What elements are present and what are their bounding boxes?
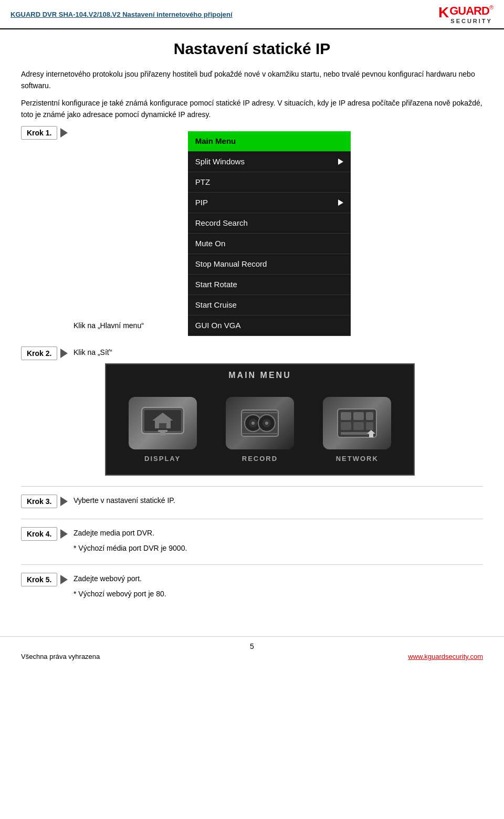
section-divider-3 <box>21 564 483 565</box>
step-1-content: Klik na „Hlavní menu“ Main Menu Split Wi… <box>74 126 483 336</box>
footer-rights: Všechna práva vyhrazena <box>21 653 100 660</box>
krok-1-badge: Krok 1. <box>21 126 57 140</box>
intro-paragraph-2: Perzistentní konfigurace je také známá k… <box>21 97 483 121</box>
svg-point-12 <box>265 422 268 425</box>
step-4-arrow <box>60 529 68 539</box>
menu-item-label: PIP <box>195 196 208 209</box>
menu-item-mute-on[interactable]: Mute On <box>188 234 351 254</box>
section-divider-2 <box>21 519 483 519</box>
svg-rect-5 <box>160 432 165 435</box>
menu-item-label: GUI On VGA <box>195 319 241 332</box>
footer-website[interactable]: www.kguardsecurity.com <box>408 653 483 660</box>
step-4-note: * Výchozí média port DVR je 9000. <box>74 542 483 554</box>
svg-rect-21 <box>366 422 373 430</box>
step-5-instruction: Zadejte webový port. <box>74 573 483 584</box>
logo-area: K GUARD ® SECURITY <box>438 4 494 24</box>
step-1-arrow <box>60 128 68 138</box>
display-svg-icon <box>139 405 186 442</box>
step-3-label: Krok 3. <box>21 495 74 508</box>
menu-item-label: Mute On <box>195 237 226 250</box>
step-3-instruction: Vyberte v nastavení statické IP. <box>74 496 175 505</box>
main-content: Nastavení statické IP Adresy internetové… <box>0 29 504 621</box>
step-4-instruction: Zadejte media port DVR. <box>74 527 483 539</box>
network-icon-label: NETWORK <box>336 454 379 465</box>
logo-guard: GUARD <box>449 4 489 18</box>
page-footer: 5 Všechna práva vyhrazena www.kguardsecu… <box>0 636 504 671</box>
menu-item-gui-on-vga[interactable]: GUI On VGA <box>188 316 351 336</box>
svg-rect-19 <box>341 422 351 430</box>
menu-item-label: Record Search <box>195 217 248 229</box>
step-1-label: Krok 1. <box>21 126 74 140</box>
menu-arrow-pip <box>338 200 343 206</box>
menu-arrow-split-windows <box>338 159 343 165</box>
menu-item-start-rotate[interactable]: Start Rotate <box>188 275 351 295</box>
display-icon-label: DISPLAY <box>144 454 181 465</box>
main-menu-box: Main Menu Split Windows PTZ PIP Record S… <box>188 131 351 336</box>
menu-item-start-cruise[interactable]: Start Cruise <box>188 295 351 316</box>
icon-network-image <box>323 397 391 449</box>
step-5-note: * Výchozí webový port je 80. <box>74 588 483 600</box>
screenshot-icons-row: DISPLAY <box>106 386 414 475</box>
svg-rect-18 <box>366 412 373 420</box>
logo-security: SECURITY <box>449 18 494 24</box>
section-divider-1 <box>21 486 483 487</box>
menu-item-label: Stop Manual Record <box>195 258 267 270</box>
menu-item-label: Start Rotate <box>195 278 237 291</box>
step-4: Krok 4. Zadejte media port DVR. * Výchoz… <box>21 527 483 554</box>
logo-registered: ® <box>489 4 494 10</box>
svg-rect-4 <box>158 430 167 432</box>
step-2: Krok 2. Klik na „Síť“ MAIN MENU <box>21 346 483 476</box>
step-1-instruction: Klik na „Hlavní menu“ <box>74 321 144 330</box>
main-menu-screenshot: MAIN MENU <box>105 363 415 476</box>
krok-4-badge: Krok 4. <box>21 527 57 541</box>
screenshot-title: MAIN MENU <box>106 364 414 386</box>
krok-3-badge: Krok 3. <box>21 495 57 508</box>
svg-point-9 <box>251 422 255 425</box>
step-5-arrow <box>60 575 68 584</box>
icon-block-display[interactable]: DISPLAY <box>121 397 205 465</box>
record-svg-icon <box>236 405 284 442</box>
menu-item-label: Main Menu <box>195 135 236 148</box>
menu-item-main-menu[interactable]: Main Menu <box>188 131 351 152</box>
step-2-instruction: Klik na „Síť“ <box>74 348 112 356</box>
krok-5-badge: Krok 5. <box>21 573 57 586</box>
page-number: 5 <box>0 642 504 650</box>
step-4-label: Krok 4. <box>21 527 74 541</box>
menu-item-ptz[interactable]: PTZ <box>188 172 351 193</box>
page-header: KGUARD DVR SHA-104.V2/108.V2 Nastavení i… <box>0 0 504 29</box>
document-title: KGUARD DVR SHA-104.V2/108.V2 Nastavení i… <box>10 10 233 18</box>
menu-item-label: Split Windows <box>195 155 245 168</box>
step-5: Krok 5. Zadejte webový port. * Výchozí w… <box>21 573 483 600</box>
logo-k: K <box>438 4 448 21</box>
svg-rect-16 <box>341 412 351 420</box>
menu-item-pip[interactable]: PIP <box>188 193 351 213</box>
svg-rect-17 <box>353 412 364 420</box>
step-3-content: Vyberte v nastavení statické IP. <box>74 495 483 506</box>
menu-item-label: PTZ <box>195 176 210 188</box>
icon-record-image <box>226 397 294 449</box>
icon-block-record[interactable]: RECORD <box>218 397 302 465</box>
network-svg-icon <box>333 405 381 442</box>
step-1: Krok 1. Klik na „Hlavní menu“ Main Menu … <box>21 126 483 336</box>
icon-display-image <box>129 397 197 449</box>
menu-item-split-windows[interactable]: Split Windows <box>188 152 351 172</box>
record-icon-label: RECORD <box>242 454 278 465</box>
step-5-content: Zadejte webový port. * Výchozí webový po… <box>74 573 483 600</box>
krok-2-badge: Krok 2. <box>21 346 57 360</box>
icon-block-network[interactable]: NETWORK <box>315 397 399 465</box>
step-2-label: Krok 2. <box>21 346 74 360</box>
step-3-arrow <box>60 497 68 506</box>
menu-item-label: Start Cruise <box>195 299 237 311</box>
step-2-arrow <box>60 349 68 358</box>
step-3: Krok 3. Vyberte v nastavení statické IP. <box>21 495 483 508</box>
svg-rect-3 <box>159 423 166 428</box>
svg-rect-20 <box>353 422 364 430</box>
step-4-content: Zadejte media port DVR. * Výchozí média … <box>74 527 483 554</box>
menu-item-record-search[interactable]: Record Search <box>188 213 351 234</box>
step-5-label: Krok 5. <box>21 573 74 586</box>
menu-item-stop-manual-record[interactable]: Stop Manual Record <box>188 254 351 275</box>
step-2-content: Klik na „Síť“ MAIN MENU <box>74 346 483 476</box>
page-title: Nastavení statické IP <box>21 40 483 58</box>
intro-paragraph-1: Adresy internetového protokolu jsou přiř… <box>21 68 483 92</box>
